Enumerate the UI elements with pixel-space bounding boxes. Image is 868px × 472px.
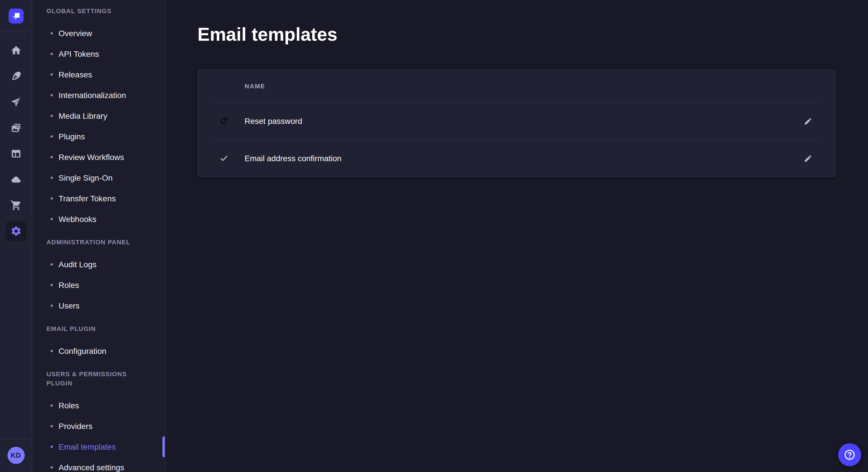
subnav-item-transfer-tokens[interactable]: Transfer Tokens bbox=[32, 188, 165, 209]
subnav-item-label: Configuration bbox=[59, 345, 106, 357]
subnav-item-roles[interactable]: Roles bbox=[32, 395, 165, 416]
nav-images-button[interactable] bbox=[5, 117, 26, 138]
nav-layout-button[interactable] bbox=[5, 143, 26, 164]
subnav-section-email-plugin: EMAIL PLUGINConfiguration bbox=[32, 324, 165, 361]
settings-subnav: GLOBAL SETTINGSOverviewAPI TokensRelease… bbox=[32, 0, 165, 472]
template-name: Email address confirmation bbox=[245, 153, 799, 164]
subnav-section-label: EMAIL PLUGIN bbox=[46, 324, 151, 333]
table-row-reset-password[interactable]: Reset password bbox=[198, 103, 835, 139]
subnav-section-users-permissions-plugin: USERS & PERMISSIONS PLUGINRolesProviders… bbox=[32, 369, 165, 472]
layout-icon bbox=[10, 148, 22, 160]
nav-feather-button[interactable] bbox=[5, 66, 26, 87]
subnav-item-label: Overview bbox=[59, 28, 92, 39]
main-content: Email templates NAME Reset passwordEmail… bbox=[165, 0, 868, 472]
subnav-item-providers[interactable]: Providers bbox=[32, 416, 165, 436]
subnav-item-review-workflows[interactable]: Review Workflows bbox=[32, 147, 165, 167]
home-icon bbox=[10, 45, 22, 56]
bullet-icon bbox=[51, 404, 53, 407]
subnav-item-label: Media Library bbox=[59, 110, 107, 122]
table-header-row: NAME bbox=[198, 70, 835, 102]
bullet-icon bbox=[51, 350, 53, 352]
subnav-section-label: ADMINISTRATION PANEL bbox=[46, 237, 151, 247]
subnav-item-label: Providers bbox=[59, 420, 92, 432]
subnav-item-users[interactable]: Users bbox=[32, 295, 165, 316]
bullet-icon bbox=[51, 53, 53, 55]
rail-bottom: KD bbox=[0, 439, 32, 472]
rail-divider bbox=[0, 32, 32, 32]
help-button[interactable] bbox=[838, 443, 861, 466]
page-title: Email templates bbox=[197, 23, 836, 46]
subnav-item-overview[interactable]: Overview bbox=[32, 23, 165, 43]
nav-home-button[interactable] bbox=[5, 40, 26, 61]
subnav-item-media-library[interactable]: Media Library bbox=[32, 105, 165, 126]
images-icon bbox=[10, 122, 22, 134]
subnav-item-configuration[interactable]: Configuration bbox=[32, 341, 165, 361]
bullet-icon bbox=[51, 466, 53, 469]
subnav-item-advanced-settings[interactable]: Advanced settings bbox=[32, 457, 165, 472]
subnav-item-label: Webhooks bbox=[59, 213, 96, 225]
subnav-section-list: OverviewAPI TokensReleasesInternationali… bbox=[32, 23, 165, 229]
check-icon bbox=[219, 154, 228, 163]
subnav-item-releases[interactable]: Releases bbox=[32, 64, 165, 85]
nav-cloud-button[interactable] bbox=[5, 169, 26, 190]
bullet-icon bbox=[51, 73, 53, 76]
subnav-item-label: API Tokens bbox=[59, 48, 99, 60]
gear-icon bbox=[10, 225, 22, 237]
subnav-item-email-templates[interactable]: Email templates bbox=[32, 436, 165, 457]
subnav-item-label: Internationalization bbox=[59, 90, 126, 101]
column-header-name: NAME bbox=[245, 81, 265, 91]
subnav-item-label: Single Sign-On bbox=[59, 172, 113, 183]
subnav-item-label: Roles bbox=[59, 279, 79, 291]
bullet-icon bbox=[51, 177, 53, 179]
subnav-section-list: Configuration bbox=[32, 341, 165, 361]
nav-cart-button[interactable] bbox=[5, 195, 26, 216]
subnav-item-label: Users bbox=[59, 300, 80, 311]
check-icon bbox=[219, 154, 228, 163]
cart-icon bbox=[10, 200, 22, 211]
subnav-item-single-sign-on[interactable]: Single Sign-On bbox=[32, 167, 165, 188]
subnav-item-label: Transfer Tokens bbox=[59, 193, 116, 204]
bullet-icon bbox=[51, 425, 53, 427]
subnav-item-label: Email templates bbox=[59, 441, 116, 452]
subnav-item-audit-logs[interactable]: Audit Logs bbox=[32, 254, 165, 275]
bullet-icon bbox=[51, 156, 53, 158]
subnav-section-list: Audit LogsRolesUsers bbox=[32, 254, 165, 316]
pencil-icon bbox=[803, 117, 812, 125]
nav-paper-plane-button[interactable] bbox=[5, 92, 26, 112]
user-avatar[interactable]: KD bbox=[7, 447, 24, 464]
bullet-icon bbox=[51, 218, 53, 220]
rail-divider bbox=[0, 439, 32, 439]
subnav-item-api-tokens[interactable]: API Tokens bbox=[32, 43, 165, 64]
cloud-icon bbox=[10, 174, 22, 185]
question-circle-icon bbox=[843, 448, 856, 461]
bullet-icon bbox=[51, 197, 53, 200]
subnav-item-internationalization[interactable]: Internationalization bbox=[32, 85, 165, 105]
bullet-icon bbox=[51, 115, 53, 117]
paper-plane-icon bbox=[10, 96, 22, 108]
subnav-item-plugins[interactable]: Plugins bbox=[32, 126, 165, 147]
subnav-section-global-settings: GLOBAL SETTINGSOverviewAPI TokensRelease… bbox=[32, 6, 165, 229]
refresh-icon bbox=[219, 116, 228, 126]
app-root: KD GLOBAL SETTINGSOverviewAPI TokensRele… bbox=[0, 0, 868, 472]
subnav-item-roles[interactable]: Roles bbox=[32, 275, 165, 295]
subnav-item-webhooks[interactable]: Webhooks bbox=[32, 209, 165, 229]
nav-gear-button[interactable] bbox=[5, 221, 26, 241]
subnav-section-administration-panel: ADMINISTRATION PANELAudit LogsRolesUsers bbox=[32, 237, 165, 316]
subnav-item-label: Audit Logs bbox=[59, 259, 96, 270]
edit-template-button[interactable] bbox=[799, 149, 817, 167]
table-row-email-address-confirmation[interactable]: Email address confirmation bbox=[198, 140, 835, 177]
refresh-icon bbox=[219, 116, 228, 126]
bullet-icon bbox=[51, 305, 53, 307]
strapi-logo[interactable] bbox=[8, 9, 23, 24]
subnav-item-label: Roles bbox=[59, 400, 79, 411]
main-nav-rail: KD bbox=[0, 0, 32, 472]
edit-template-button[interactable] bbox=[799, 112, 817, 130]
pencil-icon bbox=[803, 154, 812, 163]
subnav-item-label: Review Workflows bbox=[59, 151, 124, 163]
main-nav-icons bbox=[5, 40, 26, 241]
bullet-icon bbox=[51, 263, 53, 266]
bullet-icon bbox=[51, 32, 53, 34]
subnav-item-label: Plugins bbox=[59, 131, 85, 142]
email-templates-table: NAME Reset passwordEmail address confirm… bbox=[197, 69, 836, 177]
table-body: Reset passwordEmail address confirmation bbox=[198, 102, 835, 177]
